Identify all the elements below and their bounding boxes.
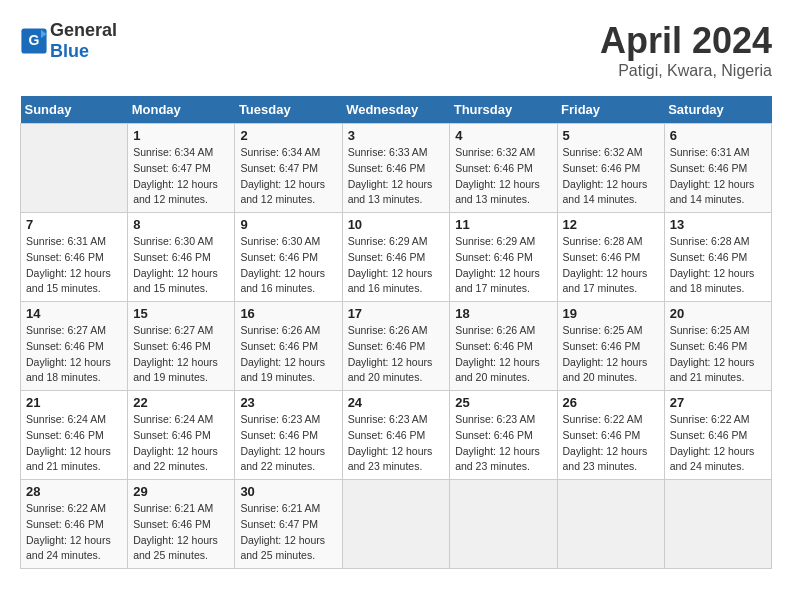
logo-text: General Blue <box>50 20 117 62</box>
calendar-cell <box>664 480 771 569</box>
calendar-cell: 21Sunrise: 6:24 AMSunset: 6:46 PMDayligh… <box>21 391 128 480</box>
calendar-cell <box>557 480 664 569</box>
logo-general: General <box>50 20 117 40</box>
day-number: 17 <box>348 306 445 321</box>
calendar-cell: 13Sunrise: 6:28 AMSunset: 6:46 PMDayligh… <box>664 213 771 302</box>
day-info: Sunrise: 6:30 AMSunset: 6:46 PMDaylight:… <box>240 234 336 297</box>
calendar-cell: 12Sunrise: 6:28 AMSunset: 6:46 PMDayligh… <box>557 213 664 302</box>
calendar-cell: 16Sunrise: 6:26 AMSunset: 6:46 PMDayligh… <box>235 302 342 391</box>
calendar-cell: 8Sunrise: 6:30 AMSunset: 6:46 PMDaylight… <box>128 213 235 302</box>
calendar-cell <box>21 124 128 213</box>
day-info: Sunrise: 6:31 AMSunset: 6:46 PMDaylight:… <box>670 145 766 208</box>
week-row-3: 14Sunrise: 6:27 AMSunset: 6:46 PMDayligh… <box>21 302 772 391</box>
day-header-wednesday: Wednesday <box>342 96 450 124</box>
week-row-4: 21Sunrise: 6:24 AMSunset: 6:46 PMDayligh… <box>21 391 772 480</box>
day-number: 15 <box>133 306 229 321</box>
day-info: Sunrise: 6:32 AMSunset: 6:46 PMDaylight:… <box>563 145 659 208</box>
calendar-cell: 4Sunrise: 6:32 AMSunset: 6:46 PMDaylight… <box>450 124 557 213</box>
day-info: Sunrise: 6:25 AMSunset: 6:46 PMDaylight:… <box>670 323 766 386</box>
day-number: 19 <box>563 306 659 321</box>
day-number: 18 <box>455 306 551 321</box>
week-row-1: 1Sunrise: 6:34 AMSunset: 6:47 PMDaylight… <box>21 124 772 213</box>
day-number: 11 <box>455 217 551 232</box>
day-number: 24 <box>348 395 445 410</box>
calendar-cell: 5Sunrise: 6:32 AMSunset: 6:46 PMDaylight… <box>557 124 664 213</box>
day-info: Sunrise: 6:26 AMSunset: 6:46 PMDaylight:… <box>240 323 336 386</box>
calendar-cell <box>342 480 450 569</box>
day-number: 3 <box>348 128 445 143</box>
calendar-cell: 29Sunrise: 6:21 AMSunset: 6:46 PMDayligh… <box>128 480 235 569</box>
logo: G General Blue <box>20 20 117 62</box>
day-number: 6 <box>670 128 766 143</box>
day-info: Sunrise: 6:29 AMSunset: 6:46 PMDaylight:… <box>455 234 551 297</box>
logo-icon: G <box>20 27 48 55</box>
day-number: 8 <box>133 217 229 232</box>
calendar-cell: 3Sunrise: 6:33 AMSunset: 6:46 PMDaylight… <box>342 124 450 213</box>
day-info: Sunrise: 6:24 AMSunset: 6:46 PMDaylight:… <box>133 412 229 475</box>
day-info: Sunrise: 6:23 AMSunset: 6:46 PMDaylight:… <box>348 412 445 475</box>
calendar-cell: 20Sunrise: 6:25 AMSunset: 6:46 PMDayligh… <box>664 302 771 391</box>
day-number: 9 <box>240 217 336 232</box>
day-number: 23 <box>240 395 336 410</box>
calendar-cell: 26Sunrise: 6:22 AMSunset: 6:46 PMDayligh… <box>557 391 664 480</box>
calendar-cell: 1Sunrise: 6:34 AMSunset: 6:47 PMDaylight… <box>128 124 235 213</box>
day-number: 30 <box>240 484 336 499</box>
day-number: 25 <box>455 395 551 410</box>
week-row-5: 28Sunrise: 6:22 AMSunset: 6:46 PMDayligh… <box>21 480 772 569</box>
day-info: Sunrise: 6:32 AMSunset: 6:46 PMDaylight:… <box>455 145 551 208</box>
day-number: 12 <box>563 217 659 232</box>
day-number: 10 <box>348 217 445 232</box>
day-info: Sunrise: 6:31 AMSunset: 6:46 PMDaylight:… <box>26 234 122 297</box>
calendar-cell: 19Sunrise: 6:25 AMSunset: 6:46 PMDayligh… <box>557 302 664 391</box>
day-header-row: SundayMondayTuesdayWednesdayThursdayFrid… <box>21 96 772 124</box>
day-number: 28 <box>26 484 122 499</box>
day-info: Sunrise: 6:29 AMSunset: 6:46 PMDaylight:… <box>348 234 445 297</box>
calendar-cell: 14Sunrise: 6:27 AMSunset: 6:46 PMDayligh… <box>21 302 128 391</box>
day-info: Sunrise: 6:26 AMSunset: 6:46 PMDaylight:… <box>348 323 445 386</box>
day-number: 2 <box>240 128 336 143</box>
day-info: Sunrise: 6:22 AMSunset: 6:46 PMDaylight:… <box>563 412 659 475</box>
calendar-cell: 25Sunrise: 6:23 AMSunset: 6:46 PMDayligh… <box>450 391 557 480</box>
week-row-2: 7Sunrise: 6:31 AMSunset: 6:46 PMDaylight… <box>21 213 772 302</box>
day-number: 26 <box>563 395 659 410</box>
day-number: 14 <box>26 306 122 321</box>
calendar-cell: 2Sunrise: 6:34 AMSunset: 6:47 PMDaylight… <box>235 124 342 213</box>
day-header-tuesday: Tuesday <box>235 96 342 124</box>
calendar-cell: 6Sunrise: 6:31 AMSunset: 6:46 PMDaylight… <box>664 124 771 213</box>
calendar-table: SundayMondayTuesdayWednesdayThursdayFrid… <box>20 96 772 569</box>
day-info: Sunrise: 6:23 AMSunset: 6:46 PMDaylight:… <box>240 412 336 475</box>
calendar-cell <box>450 480 557 569</box>
day-number: 1 <box>133 128 229 143</box>
calendar-cell: 28Sunrise: 6:22 AMSunset: 6:46 PMDayligh… <box>21 480 128 569</box>
svg-text:G: G <box>29 32 40 48</box>
day-number: 4 <box>455 128 551 143</box>
day-number: 13 <box>670 217 766 232</box>
day-number: 5 <box>563 128 659 143</box>
day-number: 16 <box>240 306 336 321</box>
day-number: 29 <box>133 484 229 499</box>
calendar-cell: 27Sunrise: 6:22 AMSunset: 6:46 PMDayligh… <box>664 391 771 480</box>
day-info: Sunrise: 6:30 AMSunset: 6:46 PMDaylight:… <box>133 234 229 297</box>
calendar-cell: 9Sunrise: 6:30 AMSunset: 6:46 PMDaylight… <box>235 213 342 302</box>
calendar-cell: 10Sunrise: 6:29 AMSunset: 6:46 PMDayligh… <box>342 213 450 302</box>
day-info: Sunrise: 6:34 AMSunset: 6:47 PMDaylight:… <box>240 145 336 208</box>
day-info: Sunrise: 6:28 AMSunset: 6:46 PMDaylight:… <box>563 234 659 297</box>
day-info: Sunrise: 6:24 AMSunset: 6:46 PMDaylight:… <box>26 412 122 475</box>
calendar-cell: 24Sunrise: 6:23 AMSunset: 6:46 PMDayligh… <box>342 391 450 480</box>
calendar-cell: 11Sunrise: 6:29 AMSunset: 6:46 PMDayligh… <box>450 213 557 302</box>
calendar-cell: 22Sunrise: 6:24 AMSunset: 6:46 PMDayligh… <box>128 391 235 480</box>
day-number: 21 <box>26 395 122 410</box>
day-number: 22 <box>133 395 229 410</box>
calendar-cell: 17Sunrise: 6:26 AMSunset: 6:46 PMDayligh… <box>342 302 450 391</box>
day-header-saturday: Saturday <box>664 96 771 124</box>
month-title: April 2024 <box>600 20 772 62</box>
day-info: Sunrise: 6:33 AMSunset: 6:46 PMDaylight:… <box>348 145 445 208</box>
day-info: Sunrise: 6:21 AMSunset: 6:46 PMDaylight:… <box>133 501 229 564</box>
day-number: 27 <box>670 395 766 410</box>
day-info: Sunrise: 6:27 AMSunset: 6:46 PMDaylight:… <box>133 323 229 386</box>
day-info: Sunrise: 6:23 AMSunset: 6:46 PMDaylight:… <box>455 412 551 475</box>
day-info: Sunrise: 6:25 AMSunset: 6:46 PMDaylight:… <box>563 323 659 386</box>
day-info: Sunrise: 6:22 AMSunset: 6:46 PMDaylight:… <box>26 501 122 564</box>
day-info: Sunrise: 6:22 AMSunset: 6:46 PMDaylight:… <box>670 412 766 475</box>
day-header-friday: Friday <box>557 96 664 124</box>
